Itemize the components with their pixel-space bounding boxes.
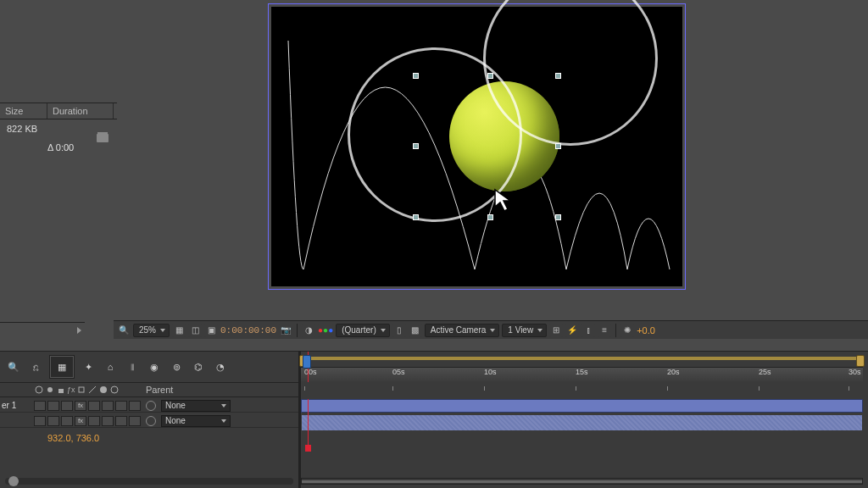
resolution-grid-icon[interactable]: ▦ [172,324,186,337]
fast-preview-icon[interactable]: ⚡ [565,324,579,337]
search-icon[interactable]: 🔍 [5,358,22,375]
zoom-slider-knob[interactable] [8,476,19,486]
comp-flowchart-icon[interactable]: ≡ [598,324,611,337]
transparency-grid-icon[interactable]: ▩ [409,324,422,337]
layer-bar-1[interactable] [301,399,863,413]
zoom-value: 25% [139,325,156,335]
tennis-ball-layer[interactable] [449,81,559,191]
adjustment-switch[interactable] [115,416,127,426]
svg-point-1 [47,387,53,392]
parent-column-header[interactable]: Parent [141,383,298,396]
threed-switch[interactable] [129,401,141,411]
camera-value: Active Camera [431,325,487,335]
roi-icon[interactable]: ▯ [392,324,406,337]
camera-dropdown[interactable]: Active Camera [425,324,500,337]
exposure-reset-icon[interactable]: ✺ [620,324,634,337]
solo-switch[interactable] [61,416,73,426]
transform-handle[interactable] [555,73,561,79]
motion-blur-icon[interactable]: ◉ [146,358,163,375]
project-col-size[interactable]: Size [0,103,47,119]
frame-blend-switch[interactable] [88,416,100,426]
timeline-panel: 🔍 ⎌ ▦ ✦ ⌂ ⫴ ◉ ⊚ ⌬ ◔ 00s 05s 10s 15s 20s … [0,351,868,488]
motion-blur-switch[interactable] [102,416,114,426]
svg-point-4 [100,386,107,393]
timeline-icon[interactable]: ⫿ [581,324,595,337]
audio-switch[interactable] [47,401,59,411]
safe-zones-icon[interactable]: ◫ [188,324,202,337]
frame-blend-icon[interactable]: ⫴ [124,358,141,375]
audio-switch[interactable] [47,416,59,426]
draft3d-icon[interactable]: ✦ [80,358,97,375]
transform-handle[interactable] [413,143,419,149]
viewer-footer-toolbar: 🔍 25% ▦ ◫ ▣ 0:00:00:00 📷 ◑ ●●● (Quarter)… [114,320,868,339]
time-ruler-area[interactable]: 00s 05s 10s 15s 20s 25s 30s [301,352,863,382]
solo-switch[interactable] [61,401,73,411]
composition-viewer[interactable] [271,7,682,286]
transform-handle[interactable] [487,73,493,79]
mask-toggle-icon[interactable]: ▣ [204,324,218,337]
views-dropdown[interactable]: 1 View [502,324,547,337]
fx-switch[interactable]: fx [75,401,86,411]
playhead[interactable] [303,355,311,369]
motion-blur-switch[interactable] [102,401,114,411]
pickwhip-icon[interactable] [146,416,156,426]
auto-keyframe-icon[interactable]: ◔ [212,358,229,375]
magnify-icon[interactable]: 🔍 [117,324,131,337]
svg-point-0 [36,386,42,393]
color-mgmt-icon[interactable]: ●●● [318,324,333,337]
project-col-duration[interactable]: Duration [47,103,114,119]
parent-dropdown[interactable]: None [161,415,231,427]
brainstorm-icon[interactable]: ⊚ [168,358,185,375]
work-area-bar[interactable] [301,357,863,360]
ruler-tick: 20s [667,368,680,376]
exposure-value[interactable]: +0.0 [637,325,655,336]
adjustment-switch[interactable] [115,401,127,411]
zoom-dropdown[interactable]: 25% [133,324,170,337]
transform-handle[interactable] [555,143,561,149]
transform-handle[interactable] [487,214,493,220]
graph-editor-icon[interactable]: ⌬ [190,358,207,375]
folder-icon[interactable] [97,134,108,142]
project-file-size: 822 KB [0,124,47,134]
current-time-indicator[interactable] [308,399,309,448]
eye-icon [34,385,44,395]
timeline-zoom-slider[interactable] [5,478,293,485]
parent-dropdown[interactable]: None [161,400,231,412]
video-switch[interactable] [34,401,46,411]
frame-blend-switch[interactable] [88,401,100,411]
fx-switch[interactable]: fx [75,416,86,426]
layer-row-2[interactable]: fx None [0,414,298,428]
panel-expand-arrow[interactable] [0,322,85,337]
svg-rect-2 [58,389,64,393]
cursor-arrow-icon [493,188,519,214]
lock-icon [56,385,66,395]
transform-handle[interactable] [555,214,561,220]
position-readout[interactable]: 932.0, 736.0 [47,433,99,443]
pixel-aspect-icon[interactable]: ⊞ [549,324,563,337]
transform-handle[interactable] [413,214,419,220]
project-panel: Size Duration 822 KB Δ 0:00 [0,103,117,157]
current-timecode[interactable]: 0:00:00:00 [220,325,276,336]
resolution-dropdown[interactable]: (Quarter) [336,324,390,337]
pickwhip-icon[interactable] [146,401,156,411]
delta-time: Δ 0:00 [47,142,74,152]
resolution-value: (Quarter) [342,325,376,335]
time-navigator[interactable] [301,478,863,485]
layer-row-1[interactable]: er 1 fx None [0,399,298,413]
transform-handle[interactable] [413,73,419,79]
layer-bar-2[interactable] [301,414,863,431]
video-switch[interactable] [34,416,46,426]
ruler-tick: 25s [759,368,771,376]
solo-icon [45,385,55,395]
ruler-tick: 05s [392,368,405,376]
show-channel-icon[interactable]: ◑ [302,324,315,337]
shy-icon[interactable]: ⌂ [102,358,119,375]
snapshot-icon[interactable]: 📷 [279,324,292,337]
live-update-icon[interactable]: ▦ [49,355,75,379]
layer-name[interactable]: er 1 [0,401,31,410]
work-area-end-handle[interactable] [856,355,865,367]
time-ruler[interactable]: 00s 05s 10s 15s 20s 25s 30s [301,367,863,381]
threed-switch[interactable] [129,416,141,426]
comp-mini-flow-icon[interactable]: ⎌ [27,358,44,375]
cti-cap[interactable] [305,445,311,452]
